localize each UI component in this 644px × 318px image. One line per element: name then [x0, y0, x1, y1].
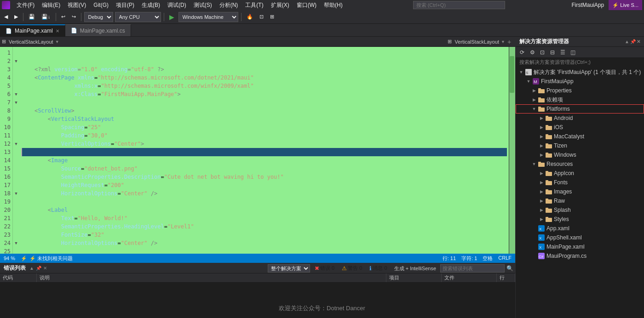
info-badge[interactable]: ℹ 消息 0 [367, 264, 390, 272]
menu-item[interactable]: 调试(D) [164, 1, 190, 9]
menu-item[interactable]: 帮助(H) [320, 1, 346, 9]
debug-config-select[interactable]: Debug [84, 12, 113, 22]
code-line[interactable]: HorizontalOptions="Center" /> [21, 239, 507, 247]
tree-item-raw[interactable]: ▶Raw [516, 196, 644, 205]
tree-item-ios[interactable]: ▶iOS [516, 123, 644, 132]
tree-item-platforms[interactable]: ▼Platforms [516, 104, 644, 114]
extra-btn2[interactable]: ⊞ [268, 12, 276, 22]
target-select[interactable]: Windows Machine [178, 12, 238, 22]
tree-expand-arrow[interactable]: ▶ [538, 123, 545, 131]
undo-btn[interactable]: ↩ [59, 12, 68, 22]
menu-item[interactable]: 测试(S) [190, 1, 216, 9]
tree-expand-arrow[interactable]: ▶ [530, 86, 538, 95]
error-panel-close[interactable]: ✕ [43, 266, 47, 271]
code-line[interactable]: <Image [21, 156, 507, 165]
tree-expand-arrow[interactable]: ▶ [538, 206, 545, 214]
code-line[interactable]: SemanticProperties.Description="Cute dot… [21, 173, 507, 181]
code-line[interactable]: VerticalOptions="Center"> [21, 140, 507, 148]
tree-item-windows[interactable]: ▶Windows [516, 150, 644, 159]
breadcrumb-add-btn[interactable]: + [505, 38, 513, 46]
tree-expand-arrow[interactable]: ▶ [538, 187, 545, 196]
error-col-project[interactable]: 项目 [386, 273, 442, 282]
tree-item-appicon[interactable]: ▶AppIcon [516, 169, 644, 178]
error-panel-collapse[interactable]: ▲ [29, 266, 34, 271]
menu-item[interactable]: 编辑(E) [38, 1, 64, 9]
solution-preview-btn[interactable]: ◫ [568, 48, 577, 57]
fold-marker[interactable]: ▼ [13, 140, 19, 148]
solution-view-btn[interactable]: ☰ [558, 48, 567, 57]
code-line[interactable]: Spacing="25" [21, 123, 507, 131]
project-item[interactable]: ▼MFirstMauiApp [516, 77, 644, 86]
tree-expand-arrow[interactable]: ▶ [538, 114, 545, 122]
redo-btn[interactable]: ↪ [69, 12, 78, 22]
breadcrumb-right[interactable]: VerticalStackLayout [453, 39, 501, 45]
error-badge[interactable]: ✖ 错误 0 [312, 264, 337, 272]
live-share-button[interactable]: ⚡ Live S... [609, 0, 642, 10]
fold-marker[interactable]: ▼ [13, 57, 19, 65]
tree-item-fonts[interactable]: ▶Fonts [516, 178, 644, 187]
solution-sync-btn[interactable]: ⟳ [518, 48, 527, 57]
fold-marker[interactable]: ▼ [13, 98, 19, 107]
error-col-desc[interactable]: 说明 [37, 273, 386, 282]
error-panel-pin[interactable]: 📌 [36, 266, 41, 271]
project-arrow[interactable]: ▼ [525, 77, 532, 85]
platform-select[interactable]: Any CPU [115, 12, 161, 22]
solution-close-btn[interactable]: ✕ [637, 39, 640, 44]
code-line[interactable]: <Label [21, 206, 507, 214]
code-line[interactable] [21, 148, 507, 156]
code-line[interactable]: SemanticProperties.HeadingLevel="Level1" [21, 222, 507, 231]
code-line[interactable]: <ScrollView> [21, 107, 507, 115]
tab-mainpage-cs[interactable]: 📄 MainPage.xaml.cs [65, 24, 131, 36]
error-col-file[interactable]: 文件 [442, 273, 497, 282]
zoom-level[interactable]: 94 % [4, 256, 15, 261]
toolbar-forward-btn[interactable]: ▶ [12, 12, 20, 22]
solution-root-arrow[interactable]: ▼ [518, 68, 525, 76]
tree-item-app-xaml[interactable]: XApp.xaml [516, 224, 644, 233]
tree-item-splash[interactable]: ▶Splash [516, 205, 644, 215]
tree-expand-arrow[interactable]: ▶ [538, 142, 545, 150]
fold-marker[interactable]: ▼ [13, 90, 19, 98]
vertical-scrollbar[interactable] [509, 47, 515, 254]
code-line[interactable] [21, 198, 507, 206]
code-line[interactable]: HeightRequest="200" [21, 181, 507, 189]
code-line[interactable]: x:Class="FirstMauiApp.MainPage"> [21, 90, 507, 98]
hot-reload-btn[interactable]: 🔥 [244, 12, 255, 22]
solution-filter-btn[interactable]: ⊡ [538, 48, 547, 57]
menu-item[interactable]: Git(G) [90, 1, 112, 9]
fold-marker[interactable]: ▼ [13, 239, 19, 247]
menu-item[interactable]: 项目(P) [112, 1, 138, 9]
tree-item-mauiprogram-cs[interactable]: C#MauiProgram.cs [516, 251, 644, 261]
menu-item[interactable]: 扩展(X) [267, 1, 293, 9]
tree-item-android[interactable]: ▶Android [516, 114, 644, 123]
menu-item[interactable]: 生成(B) [138, 1, 164, 9]
menu-item[interactable]: 工具(T) [242, 1, 267, 9]
tree-item-maccatalyst[interactable]: ▶MacCatalyst [516, 132, 644, 141]
error-search-icon[interactable]: 🔍 [506, 265, 513, 272]
code-line[interactable]: Text="Hello, World!" [21, 214, 507, 222]
tab-mainpage-xaml[interactable]: 📄 MainPage.xaml ✕ [0, 24, 65, 36]
code-line[interactable]: HorizontalOptions="Center" /> [21, 189, 507, 198]
code-line[interactable] [21, 98, 507, 107]
code-line[interactable]: Padding="30,0" [21, 131, 507, 140]
run-btn[interactable]: ▶ [167, 12, 177, 22]
tree-expand-arrow[interactable]: ▶ [538, 151, 545, 159]
save-btn[interactable]: 💾 [26, 12, 37, 22]
tree-item-resources[interactable]: ▼Resources [516, 159, 644, 169]
menu-item[interactable]: 文件(F) [13, 1, 38, 9]
tree-expand-arrow[interactable]: ▶ [530, 96, 538, 104]
code-line[interactable]: <VerticalStackLayout [21, 115, 507, 123]
build-filter-btn[interactable]: 生成 + IntelliSense [392, 264, 438, 273]
code-text[interactable]: <?xml version="1.0" encoding="utf-8" ?> … [19, 47, 509, 254]
menu-item[interactable]: 窗口(W) [293, 1, 320, 9]
tree-item-mainpage-xaml[interactable]: XMainPage.xaml [516, 242, 644, 251]
code-editor[interactable]: 1234567891011121314151617181920212223242… [0, 47, 515, 254]
breadcrumb-right-dropdown[interactable]: ▼ [501, 40, 505, 44]
code-line[interactable]: <?xml version="1.0" encoding="utf-8" ?> [21, 65, 507, 74]
breadcrumb-dropdown[interactable]: ▼ [55, 40, 59, 44]
search-input[interactable] [413, 1, 505, 9]
fold-marker[interactable]: ▼ [13, 189, 19, 198]
tree-item----[interactable]: ▶依赖项 [516, 95, 644, 104]
toolbar-back-btn[interactable]: ◀ [2, 12, 10, 22]
error-filter-select[interactable]: 整个解决方案 [268, 264, 310, 273]
tree-expand-arrow[interactable]: ▼ [530, 105, 538, 113]
